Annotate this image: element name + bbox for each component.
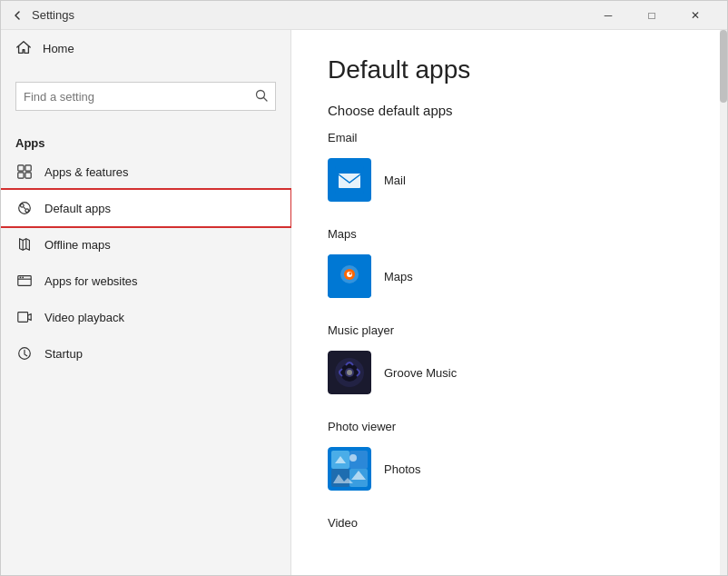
- titlebar-title: Settings: [32, 8, 587, 22]
- back-button[interactable]: [12, 10, 23, 21]
- content-area: Home Apps: [1, 30, 727, 575]
- mail-app-icon: [328, 158, 371, 202]
- photos-app-item[interactable]: Photos: [328, 442, 691, 496]
- svg-rect-18: [339, 174, 360, 188]
- video-playback-label: Video playback: [44, 311, 124, 324]
- groove-music-app-icon: [328, 351, 371, 394]
- music-label-text: Music player: [328, 322, 691, 338]
- mail-app-name: Mail: [384, 174, 406, 187]
- svg-point-13: [20, 277, 22, 279]
- startup-label: Startup: [44, 347, 83, 361]
- choose-default-section: Choose default apps: [328, 103, 691, 118]
- scrollbar-thumb[interactable]: [720, 30, 727, 103]
- scrollbar-track[interactable]: [720, 30, 727, 575]
- svg-point-28: [347, 370, 352, 375]
- offline-maps-label: Offline maps: [44, 238, 111, 252]
- svg-rect-5: [25, 173, 31, 178]
- page-title: Default apps: [328, 55, 691, 84]
- sidebar-item-apps-features[interactable]: Apps & features: [1, 154, 290, 190]
- search-area: [1, 67, 290, 129]
- main-content: Default apps Choose default apps Email M…: [291, 30, 727, 563]
- svg-point-8: [25, 209, 29, 213]
- window-controls: ─ □ ✕: [587, 1, 716, 30]
- search-input[interactable]: [24, 90, 255, 104]
- groove-music-app-name: Groove Music: [384, 366, 457, 380]
- sidebar-item-startup[interactable]: Startup: [1, 335, 290, 372]
- default-apps-icon: [15, 199, 34, 217]
- svg-point-7: [21, 204, 25, 208]
- apps-for-websites-icon: [15, 272, 34, 290]
- photos-app-name: Photos: [384, 462, 420, 476]
- svg-rect-15: [18, 313, 28, 323]
- apps-features-label: Apps & features: [44, 165, 129, 179]
- maximize-button[interactable]: □: [631, 1, 673, 30]
- svg-point-14: [22, 277, 24, 279]
- svg-line-1: [264, 97, 268, 101]
- svg-rect-3: [25, 165, 31, 171]
- minimize-button[interactable]: ─: [587, 1, 629, 30]
- maps-label-text: Maps: [328, 225, 691, 242]
- titlebar: Settings ─ □ ✕: [1, 1, 727, 30]
- close-button[interactable]: ✕: [674, 1, 716, 30]
- email-app-item[interactable]: Mail: [328, 153, 691, 207]
- svg-point-34: [349, 454, 357, 462]
- apps-for-websites-label: Apps for websites: [44, 274, 138, 288]
- apps-features-icon: [15, 163, 34, 181]
- home-label: Home: [43, 42, 74, 55]
- sidebar-item-home[interactable]: Home: [1, 30, 290, 67]
- apps-section-label: Apps: [1, 129, 290, 154]
- maps-app-item[interactable]: Maps: [328, 249, 691, 303]
- settings-window: Settings ─ □ ✕ Home: [0, 0, 728, 576]
- main-container: Default apps Choose default apps Email M…: [291, 30, 727, 575]
- sidebar: Home Apps: [1, 30, 291, 575]
- photo-viewer-label-text: Photo viewer: [328, 418, 691, 434]
- maps-app-icon: [328, 254, 371, 298]
- sidebar-item-video-playback[interactable]: Video playback: [1, 299, 290, 335]
- photos-app-icon: [328, 447, 371, 491]
- offline-maps-icon: [15, 235, 34, 253]
- search-icon: [255, 89, 268, 104]
- video-label-text: Video: [328, 514, 691, 531]
- maps-app-name: Maps: [384, 270, 413, 283]
- music-app-item[interactable]: Groove Music: [328, 345, 691, 400]
- svg-point-23: [349, 273, 352, 275]
- svg-rect-2: [18, 165, 24, 171]
- home-icon: [15, 39, 32, 58]
- startup-icon: [15, 344, 34, 362]
- search-box[interactable]: [15, 82, 276, 111]
- sidebar-item-default-apps[interactable]: Default apps: [1, 190, 290, 226]
- sidebar-item-apps-for-websites[interactable]: Apps for websites: [1, 263, 290, 299]
- svg-line-9: [24, 207, 25, 209]
- video-playback-icon: [15, 308, 34, 326]
- sidebar-item-offline-maps[interactable]: Offline maps: [1, 226, 290, 263]
- email-label-text: Email: [328, 129, 691, 145]
- svg-rect-4: [18, 173, 24, 178]
- default-apps-label: Default apps: [44, 202, 111, 215]
